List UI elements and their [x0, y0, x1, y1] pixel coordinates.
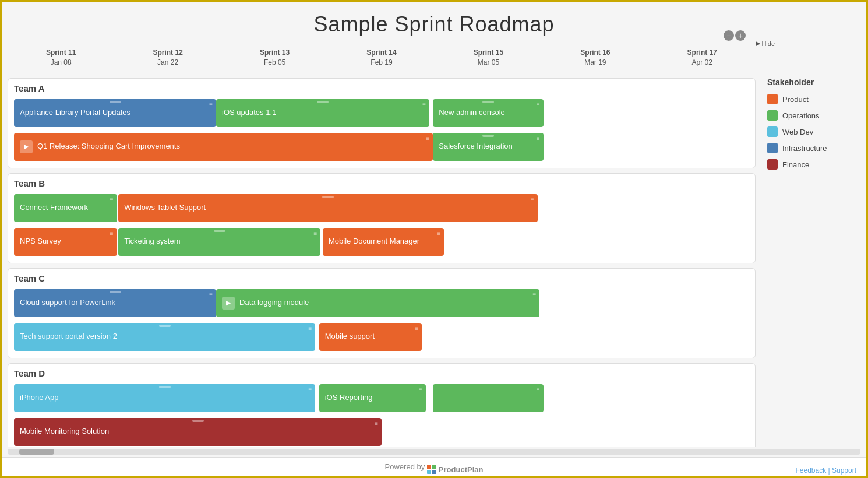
stakeholder-label-4: Finance	[782, 160, 809, 169]
powered-by-text: Powered by	[385, 462, 425, 471]
bar-dots-0-0-0: ≡	[209, 101, 213, 108]
bar-label-1-0-0: Connect Framework	[20, 203, 88, 213]
pp-sq-4	[432, 470, 436, 475]
pp-sq-1	[427, 465, 432, 469]
bar-row-1-1: NPS Survey≡Ticketing system≡Mobile Docum…	[14, 227, 749, 257]
scrollbar[interactable]	[8, 449, 860, 455]
bar-dots-0-1-0: ≡	[426, 135, 429, 142]
bar-label-2-0-0: Cloud support for PowerLink	[20, 298, 115, 308]
productplan-logo: ProductPlan	[427, 465, 484, 474]
bar-1-0-1[interactable]: Windows Tablet Support≡	[118, 194, 537, 222]
app: Sample Sprint Roadmap − + ▶ Hide Sprint …	[2, 2, 866, 476]
bar-handle-0-1-1	[482, 135, 494, 137]
bar-label-1-1-1: Ticketing system	[124, 237, 180, 247]
sprint-header-2: Sprint 13Feb 05	[221, 45, 328, 70]
team-rows-1: Connect Framework≡Windows Tablet Support…	[14, 193, 749, 257]
bar-dots-2-0-1: ≡	[532, 291, 536, 298]
bar-expand-0-1-0[interactable]: ▶	[20, 140, 33, 153]
bar-1-1-2[interactable]: Mobile Document Manager≡	[323, 228, 444, 256]
bar-dots-1-0-0: ≡	[110, 196, 114, 203]
zoom-in-button[interactable]: +	[735, 30, 746, 41]
stakeholder-label-1: Operations	[782, 111, 820, 120]
teams-container: Team AAppliance Library Portal Updates≡i…	[8, 78, 756, 447]
bar-row-2-1: Tech support portal version 2≡Mobile sup…	[14, 322, 749, 352]
bar-label-2-1-0: Tech support portal version 2	[20, 332, 117, 342]
bar-handle-0-0-2	[482, 101, 494, 103]
team-section-1: Team BConnect Framework≡Windows Tablet S…	[8, 173, 756, 263]
bar-0-0-1[interactable]: iOS updates 1.1≡	[216, 99, 429, 127]
bar-handle-2-1-0	[159, 325, 171, 327]
bar-label-3-0-1: iOS Reporting	[325, 393, 373, 403]
bar-label-0-1-0: Q1 Release: Shopping Cart Improvements	[37, 142, 180, 152]
pp-sq-3	[427, 470, 432, 475]
bar-dots-3-0-2: ≡	[537, 386, 540, 393]
bar-2-0-0[interactable]: Cloud support for PowerLink≡	[14, 289, 216, 317]
bar-label-1-0-1: Windows Tablet Support	[124, 203, 206, 213]
bar-handle-1-0-1	[322, 196, 334, 198]
sprint-header-4: Sprint 15Mar 05	[435, 45, 542, 70]
bar-1-0-0[interactable]: Connect Framework≡	[14, 194, 117, 222]
bar-3-1-0[interactable]: Mobile Monitoring Solution≡	[14, 418, 382, 446]
feedback-link[interactable]: Feedback	[795, 466, 826, 475]
footer: Powered by ProductPlan	[2, 457, 866, 477]
stakeholder-label-0: Product	[782, 95, 809, 104]
team-title-3: Team D	[14, 368, 749, 378]
support-link[interactable]: Support	[832, 466, 856, 475]
bar-label-1-1-2: Mobile Document Manager	[329, 237, 419, 247]
team-section-0: Team AAppliance Library Portal Updates≡i…	[8, 78, 756, 168]
bar-row-3-0: iPhone App≡iOS Reporting≡≡	[14, 383, 749, 413]
bar-3-0-0[interactable]: iPhone App≡	[14, 384, 315, 412]
bar-dots-2-1-1: ≡	[415, 325, 419, 332]
bar-dots-0-1-1: ≡	[537, 135, 540, 142]
zoom-out-button[interactable]: −	[724, 30, 734, 41]
bar-2-1-1[interactable]: Mobile support≡	[319, 323, 422, 351]
sprint-header-1: Sprint 12Jan 22	[114, 45, 221, 70]
pp-logo-icon	[427, 465, 436, 474]
bar-0-1-1[interactable]: Salesforce Integration≡	[433, 133, 543, 161]
bar-2-1-0[interactable]: Tech support portal version 2≡	[14, 323, 315, 351]
zoom-controls: − +	[724, 30, 746, 41]
bar-dots-0-0-1: ≡	[422, 101, 426, 108]
bar-3-0-1[interactable]: iOS Reporting≡	[319, 384, 426, 412]
stakeholder-label-2: Web Dev	[782, 128, 813, 136]
bar-label-0-1-1: Salesforce Integration	[439, 142, 512, 152]
sprint-header-0: Sprint 11Jan 08	[8, 45, 114, 70]
bar-dots-3-0-1: ≡	[419, 386, 422, 393]
bar-handle-3-0-0	[159, 386, 171, 388]
bar-0-1-0[interactable]: ▶Q1 Release: Shopping Cart Improvements≡	[14, 133, 433, 161]
bar-dots-3-1-0: ≡	[375, 420, 378, 427]
footer-links: Feedback | Support	[795, 466, 856, 475]
team-rows-2: Cloud support for PowerLink≡▶Data loggin…	[14, 288, 749, 352]
sprint-header: Sprint 11Jan 08Sprint 12Jan 22Sprint 13F…	[8, 43, 756, 73]
roadmap-area: Sprint 11Jan 08Sprint 12Jan 22Sprint 13F…	[2, 43, 761, 447]
stakeholder-color-3	[767, 143, 778, 153]
bar-label-1-1-0: NPS Survey	[20, 237, 61, 247]
bar-expand-2-0-1[interactable]: ▶	[222, 297, 235, 310]
bar-handle-1-1-1	[214, 230, 225, 232]
stakeholder-color-1	[767, 110, 778, 121]
bar-label-3-1-0: Mobile Monitoring Solution	[20, 427, 109, 437]
bar-label-0-0-0: Appliance Library Portal Updates	[20, 108, 130, 118]
team-title-0: Team A	[14, 83, 749, 93]
bar-label-3-0-0: iPhone App	[20, 393, 59, 403]
bar-dots-1-1-1: ≡	[313, 230, 317, 237]
main-content: Sprint 11Jan 08Sprint 12Jan 22Sprint 13F…	[2, 43, 866, 447]
bar-handle-0-0-0	[110, 101, 121, 103]
hide-button[interactable]: ▶ Hide	[756, 40, 775, 47]
bar-handle-2-0-0	[110, 291, 121, 293]
bar-1-1-1[interactable]: Ticketing system≡	[118, 228, 320, 256]
bar-1-1-0[interactable]: NPS Survey≡	[14, 228, 117, 256]
bar-label-2-1-1: Mobile support	[325, 332, 375, 342]
bar-dots-1-1-2: ≡	[437, 230, 440, 237]
team-section-3: Team DiPhone App≡iOS Reporting≡≡Mobile M…	[8, 363, 756, 447]
bar-row-0-1: ▶Q1 Release: Shopping Cart Improvements≡…	[14, 132, 749, 162]
bar-2-0-1[interactable]: ▶Data logging module≡	[216, 289, 539, 317]
stakeholder-item-0: Product	[767, 94, 855, 104]
team-title-2: Team C	[14, 273, 749, 283]
bar-label-0-0-2: New admin console	[439, 108, 504, 118]
bar-0-0-2[interactable]: New admin console≡	[433, 99, 543, 127]
scrollbar-thumb[interactable]	[19, 449, 54, 455]
bar-3-0-2[interactable]: ≡	[433, 384, 543, 412]
bar-0-0-0[interactable]: Appliance Library Portal Updates≡	[14, 99, 216, 127]
bar-handle-0-0-1	[317, 101, 329, 103]
